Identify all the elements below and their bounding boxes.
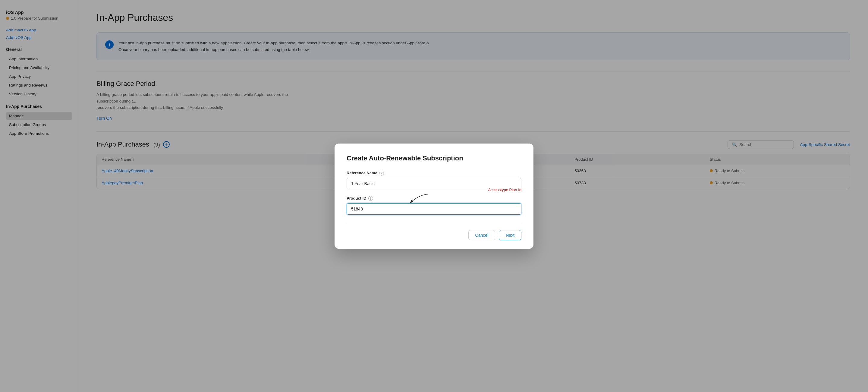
cancel-button[interactable]: Cancel (468, 230, 495, 240)
modal-footer: Cancel Next (347, 224, 521, 240)
reference-name-group: Reference Name ? (347, 171, 521, 189)
next-button[interactable]: Next (499, 230, 521, 240)
annotation-label: Accesstype Plan Id (488, 187, 521, 192)
product-id-input[interactable] (347, 203, 521, 215)
modal-overlay: Create Auto-Renewable Subscription Refer… (0, 0, 868, 392)
reference-name-label: Reference Name ? (347, 171, 521, 176)
product-id-group: Product ID ? Accesstype Plan Id (347, 196, 521, 215)
modal-dialog: Create Auto-Renewable Subscription Refer… (335, 144, 533, 249)
product-id-hint-icon[interactable]: ? (368, 196, 373, 201)
reference-name-hint-icon[interactable]: ? (379, 171, 384, 176)
modal-title: Create Auto-Renewable Subscription (347, 154, 521, 162)
product-id-label: Product ID ? (347, 196, 521, 201)
